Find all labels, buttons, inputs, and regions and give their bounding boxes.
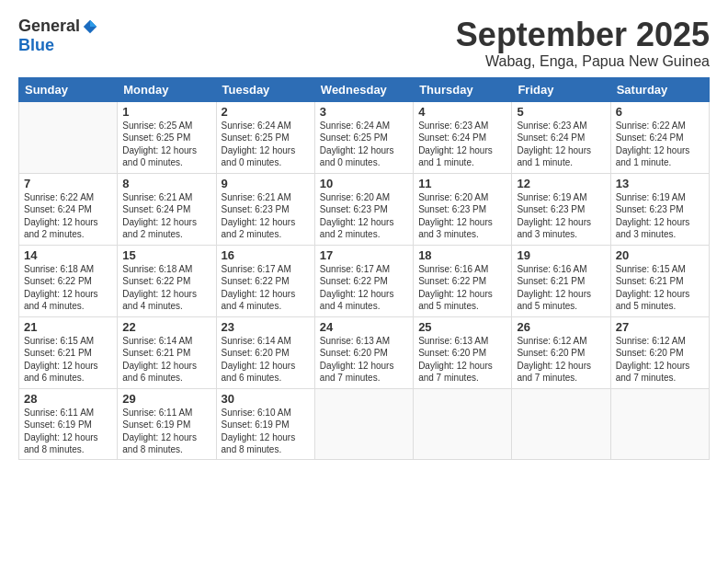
day-number: 3 (320, 105, 408, 119)
title-section: September 2025 Wabag, Enga, Papua New Gu… (456, 17, 710, 70)
day-number: 5 (517, 105, 605, 119)
day-number: 17 (320, 248, 408, 262)
day-number: 10 (320, 177, 408, 190)
day-number: 30 (222, 392, 310, 406)
day-number: 1 (122, 105, 210, 119)
calendar-cell: 20Sunrise: 6:15 AM Sunset: 6:21 PM Dayli… (610, 245, 709, 316)
day-number: 23 (222, 320, 310, 334)
calendar-cell: 1Sunrise: 6:25 AM Sunset: 6:25 PM Daylig… (118, 101, 216, 173)
calendar-cell: 18Sunrise: 6:16 AM Sunset: 6:22 PM Dayli… (414, 245, 512, 316)
calendar-cell: 24Sunrise: 6:13 AM Sunset: 6:20 PM Dayli… (314, 316, 413, 388)
day-number: 11 (418, 177, 506, 190)
header-thursday: Thursday (414, 77, 512, 101)
calendar-cell: 4Sunrise: 6:23 AM Sunset: 6:24 PM Daylig… (414, 101, 512, 173)
day-number: 19 (517, 248, 605, 262)
day-info: Sunrise: 6:23 AM Sunset: 6:24 PM Dayligh… (418, 120, 506, 169)
logo-blue-text: Blue (18, 36, 54, 55)
calendar-cell (610, 388, 709, 459)
calendar-cell: 30Sunrise: 6:10 AM Sunset: 6:19 PM Dayli… (216, 388, 314, 459)
calendar-table: Sunday Monday Tuesday Wednesday Thursday… (18, 77, 710, 460)
calendar-header-row: Sunday Monday Tuesday Wednesday Thursday… (19, 77, 710, 101)
calendar-cell: 14Sunrise: 6:18 AM Sunset: 6:22 PM Dayli… (19, 245, 118, 316)
header: General Blue September 2025 Wabag, Enga,… (18, 17, 710, 70)
day-info: Sunrise: 6:24 AM Sunset: 6:25 PM Dayligh… (320, 120, 408, 169)
calendar-cell: 13Sunrise: 6:19 AM Sunset: 6:23 PM Dayli… (610, 173, 709, 245)
day-number: 18 (418, 248, 506, 262)
day-info: Sunrise: 6:14 AM Sunset: 6:20 PM Dayligh… (222, 335, 310, 385)
day-number: 15 (122, 248, 210, 262)
day-number: 20 (616, 248, 704, 262)
calendar-cell (314, 388, 413, 459)
day-info: Sunrise: 6:21 AM Sunset: 6:23 PM Dayligh… (222, 191, 310, 241)
day-info: Sunrise: 6:12 AM Sunset: 6:20 PM Dayligh… (517, 335, 605, 385)
header-wednesday: Wednesday (314, 77, 413, 101)
calendar-cell: 15Sunrise: 6:18 AM Sunset: 6:22 PM Dayli… (118, 245, 216, 316)
calendar-cell (19, 101, 118, 173)
day-info: Sunrise: 6:18 AM Sunset: 6:22 PM Dayligh… (24, 263, 112, 313)
page: General Blue September 2025 Wabag, Enga,… (0, 0, 728, 563)
header-friday: Friday (512, 77, 610, 101)
day-info: Sunrise: 6:20 AM Sunset: 6:23 PM Dayligh… (320, 191, 408, 241)
day-number: 8 (122, 177, 210, 190)
day-info: Sunrise: 6:19 AM Sunset: 6:23 PM Dayligh… (517, 191, 605, 241)
calendar-cell: 21Sunrise: 6:15 AM Sunset: 6:21 PM Dayli… (19, 316, 118, 388)
day-number: 2 (222, 105, 310, 119)
calendar-cell: 2Sunrise: 6:24 AM Sunset: 6:25 PM Daylig… (216, 101, 314, 173)
day-info: Sunrise: 6:20 AM Sunset: 6:23 PM Dayligh… (418, 191, 506, 241)
month-title: September 2025 (456, 17, 710, 53)
day-number: 7 (24, 177, 112, 190)
logo: General Blue (18, 17, 98, 55)
location-subtitle: Wabag, Enga, Papua New Guinea (456, 53, 710, 70)
day-number: 22 (122, 320, 210, 334)
week-row-4: 21Sunrise: 6:15 AM Sunset: 6:21 PM Dayli… (19, 316, 710, 388)
logo-icon (82, 18, 98, 35)
day-number: 26 (517, 320, 605, 334)
calendar-cell: 3Sunrise: 6:24 AM Sunset: 6:25 PM Daylig… (314, 101, 413, 173)
logo-general-text: General (18, 17, 80, 36)
day-info: Sunrise: 6:19 AM Sunset: 6:23 PM Dayligh… (616, 191, 704, 241)
day-info: Sunrise: 6:15 AM Sunset: 6:21 PM Dayligh… (616, 263, 704, 313)
header-tuesday: Tuesday (216, 77, 314, 101)
day-number: 24 (320, 320, 408, 334)
week-row-1: 1Sunrise: 6:25 AM Sunset: 6:25 PM Daylig… (19, 101, 710, 173)
day-info: Sunrise: 6:13 AM Sunset: 6:20 PM Dayligh… (418, 335, 506, 385)
day-info: Sunrise: 6:25 AM Sunset: 6:25 PM Dayligh… (122, 120, 210, 169)
day-number: 16 (222, 248, 310, 262)
day-number: 29 (122, 392, 210, 406)
calendar-cell: 17Sunrise: 6:17 AM Sunset: 6:22 PM Dayli… (314, 245, 413, 316)
calendar-cell: 19Sunrise: 6:16 AM Sunset: 6:21 PM Dayli… (512, 245, 610, 316)
header-monday: Monday (118, 77, 216, 101)
calendar-cell: 7Sunrise: 6:22 AM Sunset: 6:24 PM Daylig… (19, 173, 118, 245)
day-number: 21 (24, 320, 112, 334)
calendar-cell (512, 388, 610, 459)
svg-marker-1 (90, 19, 97, 26)
calendar-cell (414, 388, 512, 459)
calendar-cell: 29Sunrise: 6:11 AM Sunset: 6:19 PM Dayli… (118, 388, 216, 459)
day-number: 25 (418, 320, 506, 334)
day-info: Sunrise: 6:10 AM Sunset: 6:19 PM Dayligh… (222, 407, 310, 456)
day-info: Sunrise: 6:23 AM Sunset: 6:24 PM Dayligh… (517, 120, 605, 169)
day-number: 9 (222, 177, 310, 190)
day-info: Sunrise: 6:13 AM Sunset: 6:20 PM Dayligh… (320, 335, 408, 385)
day-number: 6 (616, 105, 704, 119)
calendar-cell: 10Sunrise: 6:20 AM Sunset: 6:23 PM Dayli… (314, 173, 413, 245)
day-info: Sunrise: 6:16 AM Sunset: 6:21 PM Dayligh… (517, 263, 605, 313)
day-info: Sunrise: 6:11 AM Sunset: 6:19 PM Dayligh… (122, 407, 210, 456)
week-row-3: 14Sunrise: 6:18 AM Sunset: 6:22 PM Dayli… (19, 245, 710, 316)
calendar-cell: 9Sunrise: 6:21 AM Sunset: 6:23 PM Daylig… (216, 173, 314, 245)
day-info: Sunrise: 6:12 AM Sunset: 6:20 PM Dayligh… (616, 335, 704, 385)
day-info: Sunrise: 6:21 AM Sunset: 6:24 PM Dayligh… (122, 191, 210, 241)
calendar-cell: 28Sunrise: 6:11 AM Sunset: 6:19 PM Dayli… (19, 388, 118, 459)
header-sunday: Sunday (19, 77, 118, 101)
day-info: Sunrise: 6:22 AM Sunset: 6:24 PM Dayligh… (616, 120, 704, 169)
day-number: 14 (24, 248, 112, 262)
week-row-2: 7Sunrise: 6:22 AM Sunset: 6:24 PM Daylig… (19, 173, 710, 245)
calendar-cell: 25Sunrise: 6:13 AM Sunset: 6:20 PM Dayli… (414, 316, 512, 388)
day-info: Sunrise: 6:17 AM Sunset: 6:22 PM Dayligh… (320, 263, 408, 313)
day-info: Sunrise: 6:11 AM Sunset: 6:19 PM Dayligh… (24, 407, 112, 456)
day-number: 4 (418, 105, 506, 119)
calendar-cell: 22Sunrise: 6:14 AM Sunset: 6:21 PM Dayli… (118, 316, 216, 388)
calendar-cell: 8Sunrise: 6:21 AM Sunset: 6:24 PM Daylig… (118, 173, 216, 245)
day-number: 28 (24, 392, 112, 406)
calendar-cell: 16Sunrise: 6:17 AM Sunset: 6:22 PM Dayli… (216, 245, 314, 316)
